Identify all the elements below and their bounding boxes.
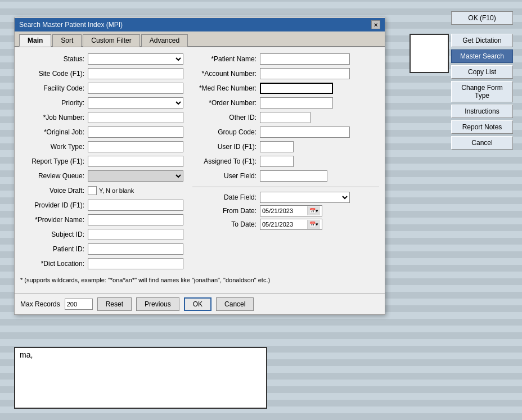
- patient-name-input[interactable]: [260, 53, 350, 65]
- priority-row: Priority:: [20, 97, 183, 109]
- voice-draft-checkbox[interactable]: [88, 186, 97, 195]
- assigned-to-row: Assigned To (F1):: [192, 155, 379, 168]
- cancel-button[interactable]: Cancel: [216, 297, 254, 311]
- dialog-body: Status: Site Code (F1): Facility Code: P…: [15, 47, 385, 293]
- tab-custom-filter[interactable]: Custom Filter: [83, 34, 140, 47]
- form-right: *Patient Name: *Account Number: *Med Rec…: [192, 53, 379, 272]
- voice-draft-text: Y, N or blank: [99, 187, 134, 194]
- to-date-calendar-button[interactable]: 📅▾: [307, 220, 320, 229]
- group-code-row: Group Code:: [192, 126, 379, 138]
- tab-main[interactable]: Main: [19, 34, 51, 47]
- previous-button[interactable]: Previous: [136, 297, 179, 311]
- dialog-titlebar: Search Master Patient Index (MPI) ✕: [15, 18, 385, 31]
- account-number-input[interactable]: [260, 68, 350, 79]
- priority-select[interactable]: [88, 97, 183, 109]
- other-id-row: Other ID:: [192, 111, 379, 124]
- from-date-calendar-button[interactable]: 📅▾: [307, 206, 320, 215]
- provider-name-input[interactable]: [88, 214, 183, 225]
- med-rec-number-input[interactable]: [260, 83, 333, 94]
- original-job-input[interactable]: [88, 127, 183, 138]
- priority-label: Priority:: [20, 99, 88, 107]
- to-date-input[interactable]: [262, 221, 307, 228]
- top-ok-button[interactable]: OK (F10): [451, 11, 513, 25]
- report-type-label: Report Type (F1):: [20, 157, 88, 165]
- subject-id-label: Subject ID:: [20, 231, 88, 238]
- site-code-input[interactable]: [88, 68, 183, 79]
- work-type-input[interactable]: [88, 141, 183, 152]
- patient-id-label: Patient ID:: [20, 245, 88, 253]
- change-form-type-button[interactable]: Change Form Type: [451, 81, 513, 102]
- ok-button[interactable]: OK: [184, 297, 212, 311]
- job-number-row: *Job Number:: [20, 111, 183, 124]
- tab-bar: Main Sort Custom Filter Advanced: [15, 31, 385, 47]
- site-code-row: Site Code (F1):: [20, 67, 183, 80]
- patient-id-row: Patient ID:: [20, 243, 183, 255]
- cancel-sidebar-button[interactable]: Cancel: [451, 136, 513, 150]
- group-code-input[interactable]: [260, 127, 350, 138]
- dict-location-input[interactable]: [88, 258, 183, 269]
- tab-sort[interactable]: Sort: [52, 34, 82, 47]
- review-queue-row: Review Queue:: [20, 170, 183, 182]
- review-queue-label: Review Queue:: [20, 172, 88, 180]
- tab-advanced[interactable]: Advanced: [141, 34, 188, 47]
- patient-id-input[interactable]: [88, 243, 183, 255]
- subject-id-input[interactable]: [88, 229, 183, 240]
- user-id-label: User ID (F1):: [192, 143, 260, 151]
- review-queue-select[interactable]: [88, 170, 183, 182]
- original-job-label: *Original Job:: [20, 128, 88, 136]
- provider-id-label: Provider ID (F1):: [20, 201, 88, 209]
- form-layout: Status: Site Code (F1): Facility Code: P…: [20, 53, 379, 272]
- to-date-row: To Date: 📅▾: [192, 219, 379, 230]
- other-id-input[interactable]: [260, 112, 310, 123]
- to-date-label: To Date:: [192, 220, 260, 228]
- assigned-to-label: Assigned To (F1):: [192, 157, 260, 165]
- status-select[interactable]: [88, 53, 183, 65]
- med-rec-number-label: *Med Rec Number:: [192, 84, 260, 92]
- max-records-input[interactable]: [65, 299, 93, 310]
- copy-list-button[interactable]: Copy List: [451, 65, 513, 79]
- dialog-footer: Max Records Reset Previous OK Cancel: [15, 293, 385, 314]
- from-date-wrap: 📅▾: [260, 205, 322, 216]
- photo-box: [410, 34, 449, 73]
- max-records-label: Max Records: [20, 300, 60, 308]
- from-date-input[interactable]: [262, 207, 307, 214]
- get-dictation-button[interactable]: Get Dictation: [451, 34, 513, 47]
- user-field-label: User Field:: [192, 172, 260, 180]
- provider-name-row: *Provider Name:: [20, 214, 183, 226]
- med-rec-number-row: *Med Rec Number:: [192, 82, 379, 94]
- bottom-textbox: ma,: [14, 347, 267, 409]
- work-type-label: Work Type:: [20, 143, 88, 151]
- report-notes-button[interactable]: Report Notes: [451, 120, 513, 134]
- order-number-input[interactable]: [260, 97, 333, 109]
- master-search-button[interactable]: Master Search: [451, 49, 513, 63]
- report-type-input[interactable]: [88, 156, 183, 167]
- facility-code-label: Facility Code:: [20, 84, 88, 92]
- dict-location-label: *Dict Location:: [20, 260, 88, 268]
- patient-name-label: *Patient Name:: [192, 55, 260, 63]
- user-id-input[interactable]: [260, 141, 294, 152]
- patient-name-row: *Patient Name:: [192, 53, 379, 65]
- subject-id-row: Subject ID:: [20, 228, 183, 241]
- from-date-row: From Date: 📅▾: [192, 205, 379, 216]
- job-number-input[interactable]: [88, 112, 183, 123]
- account-number-row: *Account Number:: [192, 67, 379, 80]
- voice-draft-label: Voice Draft:: [20, 187, 88, 195]
- dialog-close-button[interactable]: ✕: [371, 20, 380, 29]
- instructions-button[interactable]: Instructions: [451, 105, 513, 118]
- user-id-row: User ID (F1):: [192, 141, 379, 153]
- assigned-to-input[interactable]: [260, 156, 294, 167]
- group-code-label: Group Code:: [192, 128, 260, 136]
- wildcard-footnote: * (supports wildcards, example: "*ona*an…: [20, 277, 379, 283]
- user-field-input[interactable]: [260, 170, 327, 182]
- right-sidebar: Get Dictation Master Search Copy List Ch…: [451, 34, 513, 150]
- status-label: Status:: [20, 55, 88, 63]
- dialog-title: Search Master Patient Index (MPI): [19, 21, 123, 29]
- date-field-select[interactable]: [260, 192, 350, 203]
- reset-button[interactable]: Reset: [97, 297, 132, 311]
- report-type-row: Report Type (F1):: [20, 155, 183, 168]
- voice-draft-row: Voice Draft: Y, N or blank: [20, 184, 183, 197]
- other-id-label: Other ID:: [192, 114, 260, 121]
- facility-code-input[interactable]: [88, 83, 183, 94]
- provider-id-input[interactable]: [88, 200, 183, 211]
- dict-location-row: *Dict Location:: [20, 258, 183, 270]
